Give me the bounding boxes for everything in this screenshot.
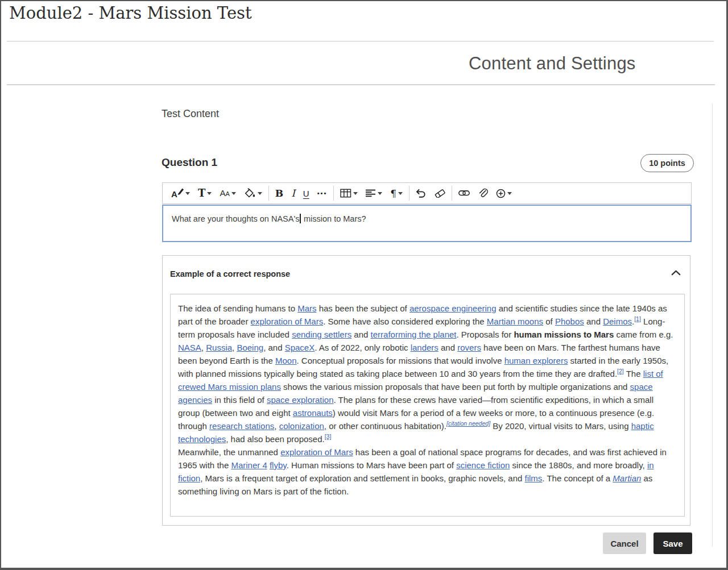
- plain-text: Meanwhile, the unmanned: [178, 447, 280, 457]
- inline-link[interactable]: Deimos: [603, 317, 632, 326]
- plain-text: , Mars is a frequent target of explorati…: [200, 473, 524, 483]
- clear-formatting-button[interactable]: [430, 185, 449, 201]
- font-button[interactable]: T: [194, 185, 216, 201]
- plain-text: . The concept of a: [542, 473, 613, 483]
- chevron-up-icon[interactable]: [671, 270, 681, 276]
- insert-link-button[interactable]: [454, 185, 474, 201]
- question-1-label: Question 1: [162, 156, 217, 169]
- inline-link[interactable]: colonization: [279, 421, 324, 431]
- toolbar-separator: [409, 186, 410, 201]
- inline-link[interactable]: sending settlers: [292, 330, 351, 339]
- attach-file-button[interactable]: [474, 185, 492, 201]
- inline-link[interactable]: research stations: [209, 421, 274, 431]
- plain-text: shows the various mission proposals that…: [281, 382, 630, 392]
- inline-link[interactable]: NASA: [178, 343, 201, 352]
- panel-edge-line: [712, 103, 713, 547]
- plain-text: . Some have also considered exploring th…: [323, 317, 487, 326]
- toolbar-separator: [452, 186, 452, 201]
- highlight-color-button[interactable]: [240, 185, 266, 201]
- italic-button[interactable]: I: [287, 185, 299, 201]
- inline-link[interactable]: exploration of Mars: [251, 317, 324, 326]
- inline-link[interactable]: science fiction: [456, 460, 510, 470]
- paragraph-style-button[interactable]: ¶: [386, 185, 407, 201]
- inline-link[interactable]: astronauts: [293, 408, 333, 418]
- paperclip-icon: [478, 188, 488, 198]
- link-icon: [458, 190, 470, 196]
- eraser-icon: [434, 189, 445, 198]
- citation-ref[interactable]: [2]: [617, 368, 624, 375]
- text-style-button[interactable]: A: [167, 185, 194, 201]
- caret-down-icon: [207, 192, 212, 195]
- font-size-button[interactable]: AA: [216, 185, 239, 201]
- citation-ref[interactable]: [1]: [634, 315, 641, 322]
- inline-link[interactable]: Phobos: [555, 317, 584, 326]
- inline-link[interactable]: SpaceX: [285, 343, 315, 352]
- paragraph-icon: ¶: [390, 189, 396, 198]
- inline-link[interactable]: human explorers: [504, 356, 568, 365]
- plain-text: ,: [201, 343, 206, 352]
- plain-text: . As of 2022, only robotic: [315, 343, 410, 352]
- inline-link[interactable]: terraforming the planet: [371, 330, 457, 339]
- inline-link[interactable]: Moon: [275, 356, 297, 365]
- inline-link[interactable]: Martian moons: [487, 317, 543, 326]
- undo-icon: [416, 189, 426, 198]
- table-icon: [340, 189, 351, 198]
- more-options-icon: •••: [317, 190, 328, 197]
- plain-text: ,: [274, 421, 279, 431]
- plain-text: , and: [263, 343, 285, 352]
- example-response-editor[interactable]: The idea of sending humans to Mars has b…: [170, 294, 685, 517]
- test-edit-page: Module2 - Mars Mission Test Content and …: [0, 0, 728, 570]
- inline-link[interactable]: Russia: [206, 343, 232, 352]
- inline-link[interactable]: Martian: [613, 473, 641, 483]
- points-badge[interactable]: 10 points: [640, 154, 694, 172]
- example-response-title: Example of a correct response: [170, 269, 290, 278]
- italic-icon: I: [291, 189, 295, 198]
- save-button[interactable]: Save: [653, 532, 692, 554]
- cancel-button[interactable]: Cancel: [603, 532, 646, 554]
- inline-link[interactable]: space exploration: [267, 395, 334, 405]
- plain-text: , had also been proposed.: [226, 434, 324, 444]
- inline-link[interactable]: exploration of Mars: [280, 447, 353, 457]
- plain-text: since the 1880s, and more broadly,: [510, 460, 647, 470]
- more-formatting-button[interactable]: •••: [313, 185, 332, 201]
- example-response-text: The idea of sending humans to Mars has b…: [171, 294, 684, 498]
- inline-link[interactable]: rovers: [457, 343, 481, 352]
- underline-icon: U: [303, 189, 309, 198]
- inline-link[interactable]: landers: [411, 343, 439, 352]
- caret-down-icon: [185, 192, 190, 195]
- inline-link[interactable]: flyby: [270, 460, 287, 470]
- tab-content-and-settings: Content and Settings: [469, 53, 651, 74]
- inline-link[interactable]: Mariner 4: [231, 460, 267, 470]
- example-response-header[interactable]: Example of a correct response: [163, 256, 690, 292]
- bold-button[interactable]: B: [271, 185, 287, 201]
- inline-link[interactable]: Boeing: [237, 343, 263, 352]
- bold-icon: B: [275, 189, 283, 198]
- caret-down-icon: [353, 192, 358, 195]
- plain-text: in this field of: [212, 395, 267, 405]
- text-cursor: [300, 214, 301, 223]
- font-size-icon: AA: [220, 188, 229, 198]
- paint-bucket-icon: [244, 188, 256, 198]
- page-title: Module2 - Mars Mission Test: [9, 3, 252, 23]
- underline-button[interactable]: U: [299, 185, 313, 201]
- toolbar-separator: [268, 186, 269, 201]
- inline-link[interactable]: Mars: [297, 303, 316, 313]
- insert-table-button[interactable]: [336, 185, 362, 201]
- citation-needed[interactable]: [citation needed]: [446, 420, 490, 427]
- tab-divider: [7, 84, 715, 85]
- inline-link[interactable]: aerospace engineering: [410, 303, 497, 313]
- plain-text: of: [543, 317, 555, 326]
- insert-content-button[interactable]: [492, 185, 516, 201]
- text-align-button[interactable]: [362, 185, 386, 201]
- plain-text: , or other continuous habitation).: [324, 421, 446, 431]
- plain-text: came from e.g.: [614, 330, 673, 339]
- plain-text: has been the subject of: [316, 303, 409, 313]
- example-paragraph: Meanwhile, the unmanned exploration of M…: [178, 446, 675, 498]
- inline-link[interactable]: films: [525, 473, 543, 483]
- question-text-editor[interactable]: What are your thoughts on NASA's mission…: [162, 205, 692, 242]
- undo-button[interactable]: [412, 185, 430, 201]
- plain-text: . Human missions to Mars have been part …: [287, 460, 456, 470]
- citation-ref[interactable]: [3]: [325, 433, 332, 440]
- align-left-icon: [366, 189, 376, 197]
- plain-text: The idea of sending humans to: [178, 303, 297, 313]
